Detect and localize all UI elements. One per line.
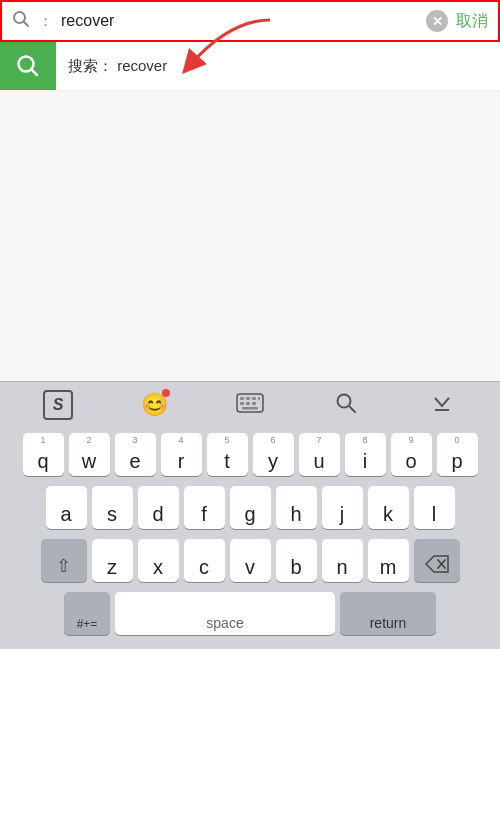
search-toolbar-icon xyxy=(335,392,357,417)
return-key[interactable]: return xyxy=(340,592,436,635)
toolbar-search-btn[interactable] xyxy=(324,387,368,423)
search-colon: ： xyxy=(38,12,53,31)
keyboard-row-2: a s d f g h j k l xyxy=(3,486,497,529)
svg-line-1 xyxy=(24,22,29,27)
key-a[interactable]: a xyxy=(46,486,87,529)
svg-rect-8 xyxy=(258,397,260,400)
keyboard-toolbar: S 😊 xyxy=(0,381,500,427)
key-x[interactable]: x xyxy=(138,539,179,582)
svg-rect-12 xyxy=(242,407,258,410)
hide-keyboard-icon xyxy=(431,392,453,417)
keyboard-row-4: #+= space return xyxy=(3,592,497,635)
key-w[interactable]: 2w xyxy=(69,433,110,476)
key-special-left[interactable]: #+= xyxy=(64,592,110,635)
search-input[interactable] xyxy=(61,12,418,30)
key-r[interactable]: 4r xyxy=(161,433,202,476)
key-l[interactable]: l xyxy=(414,486,455,529)
key-d[interactable]: d xyxy=(138,486,179,529)
toolbar-keyboard-btn[interactable] xyxy=(228,387,272,423)
key-b[interactable]: b xyxy=(276,539,317,582)
key-p[interactable]: 0p xyxy=(437,433,478,476)
svg-rect-7 xyxy=(252,397,256,400)
delete-icon xyxy=(425,555,449,582)
keyboard-icon xyxy=(236,393,264,416)
cancel-button[interactable]: 取消 xyxy=(456,11,488,32)
suggestion-prefix: 搜索： xyxy=(68,57,113,74)
svg-rect-6 xyxy=(246,397,250,400)
svg-rect-10 xyxy=(246,402,250,405)
shift-icon: ⇧ xyxy=(56,555,71,582)
key-j[interactable]: j xyxy=(322,486,363,529)
key-n[interactable]: n xyxy=(322,539,363,582)
key-m[interactable]: m xyxy=(368,539,409,582)
search-bar: ： ✕ 取消 xyxy=(0,0,500,42)
toolbar-hide-btn[interactable] xyxy=(420,387,464,423)
key-k[interactable]: k xyxy=(368,486,409,529)
clear-button[interactable]: ✕ xyxy=(426,10,448,32)
key-e[interactable]: 3e xyxy=(115,433,156,476)
notification-badge xyxy=(162,389,170,397)
shift-key[interactable]: ⇧ xyxy=(41,539,87,582)
toolbar-emoji-btn[interactable]: 😊 xyxy=(132,387,176,423)
key-g[interactable]: g xyxy=(230,486,271,529)
key-s[interactable]: s xyxy=(92,486,133,529)
key-c[interactable]: c xyxy=(184,539,225,582)
search-suggestion[interactable]: 搜索： recover xyxy=(0,42,500,91)
toolbar-sogou-btn[interactable]: S xyxy=(36,387,80,423)
key-q[interactable]: 1q xyxy=(23,433,64,476)
svg-rect-5 xyxy=(240,397,244,400)
svg-line-3 xyxy=(32,70,38,76)
keyboard-row-3: ⇧ z x c v b n m xyxy=(3,539,497,582)
key-u[interactable]: 7u xyxy=(299,433,340,476)
suggestion-icon-box xyxy=(0,42,56,90)
svg-rect-11 xyxy=(252,402,256,405)
keyboard-row-1: 1q 2w 3e 4r 5t 6y 7u 8i 9o 0p xyxy=(3,433,497,476)
key-o[interactable]: 9o xyxy=(391,433,432,476)
svg-rect-9 xyxy=(240,402,244,405)
space-key[interactable]: space xyxy=(115,592,335,635)
key-z[interactable]: z xyxy=(92,539,133,582)
key-h[interactable]: h xyxy=(276,486,317,529)
delete-key[interactable] xyxy=(414,539,460,582)
key-t[interactable]: 5t xyxy=(207,433,248,476)
content-area xyxy=(0,91,500,381)
suggestion-query: recover xyxy=(117,57,167,74)
key-v[interactable]: v xyxy=(230,539,271,582)
key-i[interactable]: 8i xyxy=(345,433,386,476)
key-f[interactable]: f xyxy=(184,486,225,529)
search-icon xyxy=(12,10,30,32)
keyboard: 1q 2w 3e 4r 5t 6y 7u 8i 9o 0p a s d f g … xyxy=(0,427,500,649)
suggestion-text: 搜索： recover xyxy=(56,57,167,76)
key-y[interactable]: 6y xyxy=(253,433,294,476)
svg-line-14 xyxy=(349,406,355,412)
